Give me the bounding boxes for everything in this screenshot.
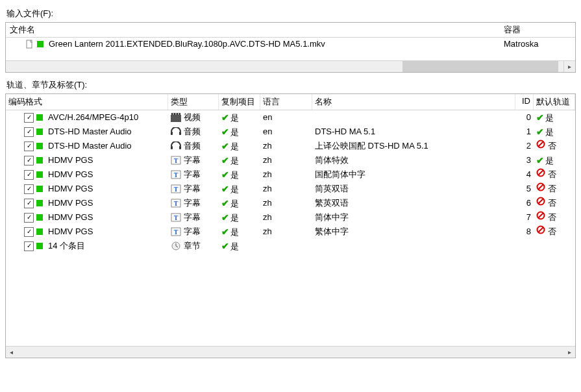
type-text: 字幕 <box>184 225 201 239</box>
track-name-text: 繁体中字 <box>312 225 515 239</box>
subtitle-icon: T <box>171 213 181 222</box>
file-hscroll-thumb[interactable] <box>402 61 558 72</box>
track-row[interactable]: ✓HDMV PGST字幕✔是zh国配简体中字4 否 <box>6 167 575 182</box>
track-checkbox[interactable]: ✓ <box>24 199 34 208</box>
codec-text: HDMV PGS <box>48 182 93 196</box>
file-hscrollbar[interactable]: ▸ <box>6 60 575 72</box>
track-row[interactable]: ✓HDMV PGST字幕✔是zh繁体中字8 否 <box>6 225 575 239</box>
track-checkbox[interactable]: ✓ <box>24 241 34 251</box>
copy-text: 是 <box>230 170 239 180</box>
copy-text: 是 <box>230 213 239 223</box>
check-icon: ✔ <box>221 184 229 194</box>
col-header-lang[interactable]: 语言 <box>260 94 312 110</box>
default-text: 否 <box>548 212 556 222</box>
status-green-square-icon <box>36 228 43 235</box>
svg-rect-7 <box>179 132 181 135</box>
track-checkbox[interactable]: ✓ <box>24 156 34 165</box>
track-checkbox[interactable]: ✓ <box>24 227 34 237</box>
file-hscroll-right-arrow-icon[interactable]: ▸ <box>563 61 575 72</box>
col-header-type[interactable]: 类型 <box>168 94 219 110</box>
status-green-square-icon <box>36 114 43 121</box>
track-id-text: 2 <box>515 139 534 153</box>
file-header-filename[interactable]: 文件名 <box>6 24 504 36</box>
prohibit-icon <box>536 140 545 149</box>
status-green-square-icon <box>36 157 43 164</box>
track-row[interactable]: ✓HDMV PGST字幕✔是zh简体中字7 否 <box>6 210 575 225</box>
track-name-text: 简英双语 <box>312 182 515 196</box>
track-id-text: 5 <box>515 182 534 196</box>
file-container-text: Matroska <box>504 39 575 49</box>
tracks-header: 编码格式 类型 复制项目 语言 名称 ID 默认轨道 <box>6 94 575 110</box>
track-id-text: 0 <box>515 110 534 125</box>
codec-text: HDMV PGS <box>48 196 93 210</box>
track-id-text: 4 <box>515 167 534 182</box>
track-name-text: DTS-HD MA 5.1 <box>312 125 515 139</box>
col-header-default[interactable]: 默认轨道 <box>534 94 575 110</box>
track-row[interactable]: ✓DTS-HD Master Audio音频✔是enDTS-HD MA 5.11… <box>6 125 575 139</box>
col-header-id[interactable]: ID <box>515 94 534 110</box>
default-text: 否 <box>548 198 556 208</box>
default-text: 是 <box>545 127 554 137</box>
col-header-name[interactable]: 名称 <box>312 94 515 110</box>
prohibit-icon <box>536 182 545 191</box>
svg-text:T: T <box>174 228 179 236</box>
copy-text: 是 <box>230 241 239 251</box>
codec-text: AVC/H.264/MPEG-4p10 <box>48 110 138 125</box>
track-checkbox[interactable]: ✓ <box>24 113 34 123</box>
svg-text:T: T <box>174 171 179 178</box>
type-text: 字幕 <box>184 210 201 225</box>
track-id-text: 7 <box>515 210 534 225</box>
file-header-container[interactable]: 容器 <box>504 24 575 36</box>
prohibit-icon <box>536 225 545 234</box>
track-row[interactable]: ✓14 个条目章节✔是 <box>6 239 575 253</box>
audio-icon <box>171 141 181 151</box>
track-checkbox[interactable]: ✓ <box>24 213 34 223</box>
svg-line-25 <box>538 199 543 204</box>
track-checkbox[interactable]: ✓ <box>24 141 34 151</box>
subtitle-icon: T <box>171 170 181 179</box>
subtitle-icon: T <box>171 227 181 236</box>
input-files-label: 输入文件(F): <box>6 8 576 19</box>
lang-text: en <box>260 110 312 125</box>
track-row[interactable]: ✓DTS-HD Master Audio音频✔是zh上译公映国配 DTS-HD … <box>6 139 575 153</box>
status-green-square-icon <box>36 143 43 149</box>
tracks-section-label: 轨道、章节及标签(T): <box>6 79 576 91</box>
check-icon: ✔ <box>221 141 229 151</box>
col-header-codec[interactable]: 编码格式 <box>6 94 168 110</box>
copy-text: 是 <box>230 227 239 237</box>
svg-point-5 <box>178 114 179 115</box>
track-row[interactable]: ✓HDMV PGST字幕✔是zh简英双语5 否 <box>6 182 575 196</box>
tracks-hscroll-right-arrow-icon[interactable]: ▸ <box>564 347 575 358</box>
lang-text: zh <box>260 167 312 182</box>
col-header-copy[interactable]: 复制项目 <box>219 94 260 110</box>
track-id-text: 3 <box>515 153 534 167</box>
file-row[interactable]: Green Lantern 2011.EXTENDED.BluRay.1080p… <box>6 38 575 50</box>
track-row[interactable]: ✓HDMV PGST字幕✔是zh繁英双语6 否 <box>6 196 575 210</box>
track-row[interactable]: ✓HDMV PGST字幕✔是zh简体特效3✔是 <box>6 153 575 167</box>
default-text: 是 <box>545 156 554 165</box>
track-row[interactable]: ✓AVC/H.264/MPEG-4p10视频✔是en0✔是 <box>6 110 575 125</box>
codec-text: 14 个条目 <box>48 239 85 253</box>
track-checkbox[interactable]: ✓ <box>24 170 34 180</box>
copy-text: 是 <box>230 156 239 165</box>
codec-text: DTS-HD Master Audio <box>48 125 132 139</box>
codec-text: HDMV PGS <box>48 167 93 182</box>
track-checkbox[interactable]: ✓ <box>24 127 34 137</box>
tracks-hscroll-left-arrow-icon[interactable]: ◂ <box>6 347 17 358</box>
check-icon: ✔ <box>221 212 229 223</box>
video-icon <box>171 113 181 122</box>
page-icon <box>25 40 34 49</box>
lang-text: zh <box>260 182 312 196</box>
track-id-text: 8 <box>515 225 534 239</box>
check-icon: ✔ <box>221 227 229 237</box>
codec-text: HDMV PGS <box>48 225 93 239</box>
track-checkbox[interactable]: ✓ <box>24 184 34 194</box>
check-icon: ✔ <box>536 155 544 165</box>
codec-text: DTS-HD Master Audio <box>48 139 132 153</box>
lang-text: zh <box>260 196 312 210</box>
status-green-square-icon <box>36 171 43 178</box>
codec-text: HDMV PGS <box>48 153 93 167</box>
tracks-hscrollbar[interactable]: ◂ ▸ <box>6 346 575 358</box>
status-green-square-icon <box>36 186 43 192</box>
check-icon: ✔ <box>221 112 229 123</box>
